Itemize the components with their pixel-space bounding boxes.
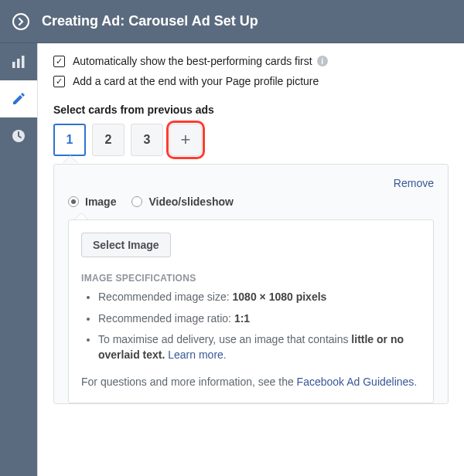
bar-chart-icon	[11, 54, 26, 70]
media-type-selector: Image Video/slideshow	[68, 196, 434, 208]
cards-section-label: Select cards from previous ads	[53, 104, 449, 116]
radio-label: Video/slideshow	[148, 196, 233, 208]
learn-more-link[interactable]: Learn more	[168, 348, 223, 361]
card-tab-1[interactable]: 1	[53, 124, 86, 156]
page-header: Creating Ad: Carousel Ad Set Up	[0, 0, 464, 43]
svg-rect-1	[17, 59, 20, 68]
tab-connector	[53, 156, 449, 168]
svg-rect-2	[22, 56, 25, 68]
image-subpanel: Select Image IMAGE SPECIFICATIONS Recomm…	[68, 219, 434, 403]
sidebar-item-analytics[interactable]	[0, 43, 37, 80]
radio-connector	[68, 212, 434, 223]
card-config-panel: Remove Image Video/slideshow Select Imag…	[53, 164, 449, 404]
svg-rect-0	[12, 62, 15, 68]
checkbox-icon: ✓	[53, 76, 65, 87]
sidebar-item-edit[interactable]	[0, 80, 37, 117]
sidebar-item-history[interactable]	[0, 117, 37, 155]
spec-title: IMAGE SPECIFICATIONS	[81, 273, 421, 284]
card-tab-3[interactable]: 3	[131, 124, 163, 156]
sidebar	[0, 43, 37, 476]
radio-icon	[68, 196, 79, 207]
radio-label: Image	[85, 196, 116, 208]
select-image-button[interactable]: Select Image	[81, 233, 171, 257]
option-page-profile-card[interactable]: ✓ Add a card at the end with your Page p…	[53, 71, 449, 91]
radio-image[interactable]: Image	[68, 196, 116, 208]
option-label: Add a card at the end with your Page pro…	[73, 75, 319, 87]
clock-icon	[11, 128, 26, 144]
guidelines-link[interactable]: Facebook Ad Guidelines	[297, 376, 415, 388]
info-icon[interactable]: i	[317, 56, 328, 66]
card-tabs: 1 2 3 +	[53, 124, 449, 156]
card-tab-2[interactable]: 2	[92, 124, 125, 156]
spec-item-text: To maximise ad delivery, use an image th…	[98, 332, 421, 362]
option-best-performing[interactable]: ✓ Automatically show the best-performing…	[53, 51, 449, 71]
add-card-button[interactable]: +	[169, 124, 202, 156]
option-label: Automatically show the best-performing c…	[73, 55, 312, 67]
remove-card-link[interactable]: Remove	[68, 177, 434, 189]
spec-item-ratio: Recommended image ratio: 1:1	[98, 311, 421, 327]
spec-item-size: Recommended image size: 1080 × 1080 pixe…	[98, 290, 421, 305]
pencil-icon	[12, 92, 26, 106]
checkbox-icon: ✓	[53, 56, 65, 67]
expand-icon[interactable]	[12, 13, 29, 30]
spec-list: Recommended image size: 1080 × 1080 pixe…	[81, 290, 421, 362]
page-title: Creating Ad: Carousel Ad Set Up	[42, 13, 258, 29]
radio-video[interactable]: Video/slideshow	[131, 196, 233, 208]
radio-icon	[131, 196, 142, 207]
footer-note: For questions and more information, see …	[81, 375, 421, 390]
main-content: ✓ Automatically show the best-performing…	[37, 43, 464, 476]
